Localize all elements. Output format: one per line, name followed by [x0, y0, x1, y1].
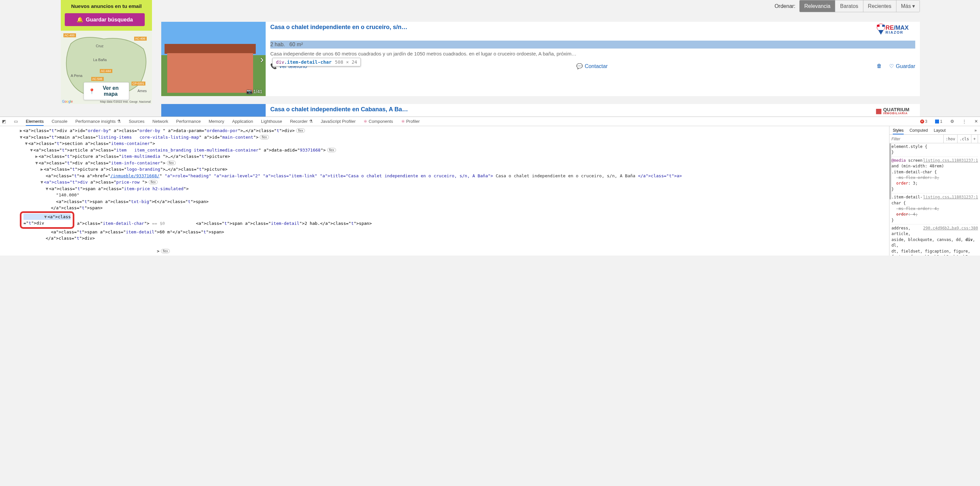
- bell-icon: 🔔: [76, 16, 83, 23]
- hov-toggle[interactable]: :hov: [943, 135, 957, 143]
- sort-label: Ordenar:: [775, 3, 795, 9]
- kebab-icon[interactable]: ⋮: [962, 119, 966, 124]
- styles-filter-row: :hov .cls + ▭ ▤: [889, 135, 980, 143]
- tab-elements[interactable]: Elements: [26, 119, 44, 126]
- react-icon: ⚛: [363, 119, 368, 124]
- listing-photo[interactable]: [161, 104, 266, 116]
- sort-tab-recientes[interactable]: Recientes: [863, 0, 896, 12]
- listing-photo[interactable]: › 📷1/41: [161, 22, 266, 96]
- tab-sources[interactable]: Sources: [129, 119, 145, 124]
- inspect-tooltip: div.item-detail-char508 × 24: [272, 58, 361, 67]
- styles-tabs: Styles Computed Layout »: [889, 126, 980, 135]
- svg-text:A Pena: A Pena: [71, 74, 83, 78]
- devtools: ◩ ▭ Elements Console Performance insight…: [0, 116, 980, 256]
- tab-application[interactable]: Application: [232, 119, 253, 124]
- sort-tabs: Relevancia Baratos Recientes Más ▾: [799, 0, 920, 12]
- tab-perf-insights[interactable]: Performance insights ⚗: [75, 119, 121, 124]
- promo-box: Nuevos anuncios en tu email 🔔 Guardar bú…: [61, 0, 152, 31]
- sort-tab-mas-label: Más: [901, 3, 911, 9]
- styles-tab-layout[interactable]: Layout: [934, 128, 946, 133]
- listing-title[interactable]: Casa o chalet independiente en Cabanas, …: [270, 106, 408, 113]
- more-icon[interactable]: »: [974, 128, 977, 133]
- trash-icon[interactable]: 🗑: [877, 63, 882, 69]
- svg-text:AC-546: AC-546: [92, 77, 102, 81]
- listing-card: ▦ QUATRIUMINMOBILIARIA Casa o chalet ind…: [161, 104, 920, 116]
- listing-body: ▦ QUATRIUMINMOBILIARIA Casa o chalet ind…: [266, 104, 920, 116]
- save-search-button[interactable]: 🔔 Guardar búsqueda: [65, 13, 145, 26]
- sort-tab-mas[interactable]: Más ▾: [896, 0, 920, 12]
- save-button[interactable]: ♡Guardar: [889, 63, 915, 69]
- tab-recorder[interactable]: Recorder ⚗: [290, 119, 313, 124]
- photo-next-icon[interactable]: ›: [260, 53, 264, 65]
- spec-area: 60 m²: [290, 41, 303, 47]
- device-icon[interactable]: ▭: [978, 135, 980, 143]
- devtools-tabs: ◩ ▭ Elements Console Performance insight…: [0, 117, 980, 126]
- issue-count[interactable]: 1: [935, 119, 942, 124]
- rule: listing.css…118031237:1.item-detail-char…: [891, 194, 978, 223]
- cls-toggle[interactable]: .cls: [957, 135, 971, 143]
- item-detail-char: 2 hab. 60 m²: [270, 41, 915, 49]
- new-rule-icon[interactable]: +: [971, 135, 978, 143]
- device-icon[interactable]: ▭: [14, 119, 18, 124]
- listing-page: Nuevos anuncios en tu email 🔔 Guardar bú…: [0, 0, 980, 116]
- save-search-label: Guardar búsqueda: [86, 17, 133, 23]
- view-on-map-button[interactable]: 📍 Ver en mapa: [84, 82, 129, 100]
- listing-title[interactable]: Casa o chalet independiente en o cruceir…: [270, 24, 407, 30]
- svg-text:La Baña: La Baña: [93, 58, 107, 62]
- photo-counter: 📷1/41: [247, 89, 262, 94]
- map-attribution: Map data ©2022 Inst. Geogr. Nacional: [100, 100, 151, 103]
- rule: 290.c4d96b2…ba9.css:380address, article,…: [891, 226, 978, 256]
- error-count[interactable]: ✕3: [920, 119, 928, 124]
- grid-icon: ▦: [876, 107, 882, 115]
- tab-network[interactable]: Network: [152, 119, 168, 124]
- spec-rooms: 2 hab.: [270, 41, 285, 47]
- tab-lighthouse[interactable]: Lighthouse: [261, 119, 282, 124]
- sort-bar: Ordenar: Relevancia Baratos Recientes Má…: [775, 0, 920, 12]
- inspect-icon[interactable]: ◩: [2, 119, 6, 124]
- listings: › 📷1/41 RE/MAXRIAZOR Casa o chalet indep…: [161, 22, 920, 116]
- styles-tab-computed[interactable]: Computed: [910, 128, 928, 133]
- listing-description: Casa independiente de unos 60 metros cua…: [270, 51, 915, 57]
- beaker-icon: ⚗: [309, 119, 313, 124]
- styles-tab-styles[interactable]: Styles: [893, 128, 904, 134]
- view-on-map-label: Ver en mapa: [97, 85, 124, 97]
- tab-memory[interactable]: Memory: [208, 119, 224, 124]
- tab-components[interactable]: ⚛ Components: [363, 119, 393, 124]
- caret-down-icon: ▾: [912, 3, 915, 9]
- svg-rect-20: [882, 25, 885, 27]
- tooltip-tag: div: [276, 59, 284, 65]
- tab-profiler[interactable]: ⚛ Profiler: [401, 119, 420, 124]
- map-credit: Google: [62, 100, 73, 103]
- beaker-icon: ⚗: [117, 119, 121, 124]
- tab-performance[interactable]: Performance: [176, 119, 200, 124]
- svg-text:AC-400: AC-400: [64, 34, 75, 37]
- rule: element.style {}: [891, 144, 978, 156]
- svg-text:Cruz: Cruz: [96, 44, 104, 48]
- listing-body: RE/MAXRIAZOR Casa o chalet independiente…: [266, 22, 920, 96]
- sort-tab-baratos[interactable]: Baratos: [835, 0, 863, 12]
- devtools-body: ▶<a">class="t">div a">id="order-by" a">c…: [0, 126, 980, 256]
- close-icon[interactable]: ✕: [974, 119, 978, 124]
- styles-rules[interactable]: element.style {} listing.css…118031237:1…: [889, 143, 980, 256]
- svg-text:AC-406: AC-406: [135, 37, 145, 40]
- styles-filter-input[interactable]: [889, 137, 943, 141]
- listing-toolbar: 📞Ver teléfono 💬Contactar 🗑 ♡Guardar: [270, 63, 915, 69]
- svg-text:AC-444: AC-444: [101, 69, 111, 73]
- balloon-icon: [876, 24, 886, 35]
- brand-logo[interactable]: RE/MAXRIAZOR: [868, 22, 917, 37]
- contact-button[interactable]: 💬Contactar: [576, 63, 608, 69]
- gear-icon[interactable]: ⚙: [950, 119, 954, 124]
- camera-icon: 📷: [247, 89, 252, 94]
- svg-text:Ames: Ames: [137, 89, 147, 93]
- pin-icon: 📍: [89, 88, 95, 94]
- brand-logo[interactable]: ▦ QUATRIUMINMOBILIARIA: [868, 104, 917, 116]
- tab-js-profiler[interactable]: JavaScript Profiler: [321, 119, 356, 124]
- tab-console[interactable]: Console: [51, 119, 67, 124]
- tooltip-dims: 508 × 24: [335, 59, 357, 65]
- scrollbar-thumb[interactable]: [889, 143, 891, 199]
- dom-tree[interactable]: ▶<a">class="t">div a">id="order-by" a">c…: [0, 126, 889, 256]
- chat-icon: 💬: [576, 63, 583, 69]
- mini-map[interactable]: Cruz La Baña A Pena Negreira Ames AC-400…: [61, 31, 152, 104]
- sort-tab-relevancia[interactable]: Relevancia: [800, 0, 835, 12]
- svg-text:CP-0201: CP-0201: [132, 82, 145, 85]
